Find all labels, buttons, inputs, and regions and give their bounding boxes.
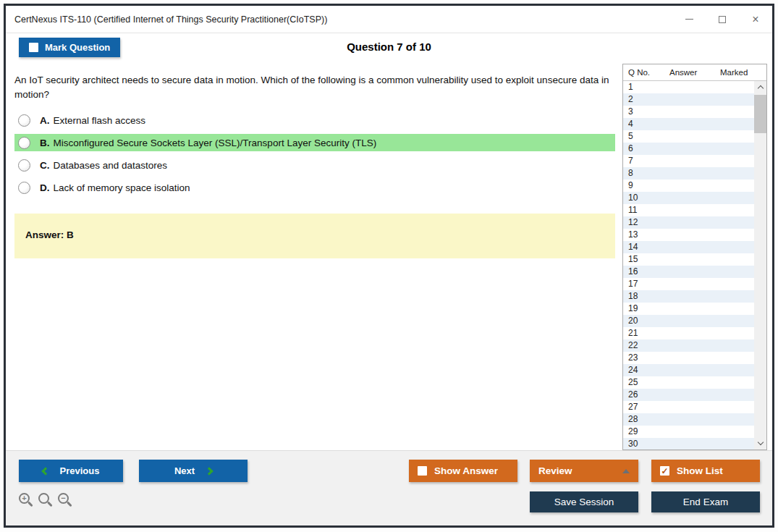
maximize-button[interactable] bbox=[706, 6, 739, 33]
option-letter: A. bbox=[40, 115, 50, 126]
previous-label: Previous bbox=[60, 465, 100, 476]
dropdown-up-icon bbox=[622, 469, 630, 473]
option-a[interactable]: A.External flash access bbox=[14, 111, 615, 129]
chevron-left-icon bbox=[41, 467, 49, 475]
end-exam-button[interactable]: End Exam bbox=[651, 491, 760, 512]
show-answer-button[interactable]: Show Answer bbox=[409, 460, 517, 482]
option-b[interactable]: B.Misconfigured Secure Sockets Layer (SS… bbox=[14, 134, 615, 151]
review-label: Review bbox=[538, 465, 572, 476]
option-text: Databases and datastores bbox=[54, 160, 168, 171]
show-list-label: Show List bbox=[677, 465, 723, 476]
question-list-row[interactable]: 26 bbox=[623, 389, 754, 401]
show-list-checkbox-icon[interactable] bbox=[660, 466, 669, 476]
zoom-icon[interactable] bbox=[38, 493, 49, 504]
question-list-row[interactable]: 6 bbox=[623, 143, 754, 155]
maximize-icon bbox=[719, 16, 726, 23]
question-list-row[interactable]: 24 bbox=[623, 364, 754, 376]
minimize-icon bbox=[685, 19, 693, 20]
question-list-row[interactable]: 5 bbox=[623, 130, 754, 143]
question-list-row[interactable]: 20 bbox=[623, 315, 754, 327]
next-label: Next bbox=[174, 465, 195, 476]
column-answer: Answer bbox=[669, 68, 697, 77]
window-controls: × bbox=[672, 6, 772, 33]
radio-button-icon[interactable] bbox=[18, 137, 30, 149]
title-bar: CertNexus ITS-110 (Certified Internet of… bbox=[6, 6, 772, 33]
scrollbar-thumb[interactable] bbox=[754, 95, 766, 133]
radio-button-icon[interactable] bbox=[18, 114, 30, 127]
option-d[interactable]: D.Lack of memory space isolation bbox=[14, 179, 615, 196]
question-list-header: Q No. Answer Marked bbox=[623, 64, 766, 81]
option-text: Lack of memory space isolation bbox=[54, 182, 190, 193]
answer-box: Answer: B bbox=[14, 214, 615, 258]
close-icon: × bbox=[752, 14, 758, 25]
options-list: A.External flash accessB.Misconfigured S… bbox=[14, 111, 615, 201]
question-list-row[interactable]: 12 bbox=[623, 216, 754, 229]
option-letter: D. bbox=[40, 182, 50, 193]
question-list-row[interactable]: 14 bbox=[623, 241, 754, 253]
bottom-bar: Previous Next Show Answer Review Show Li… bbox=[6, 450, 772, 525]
question-list-row[interactable]: 10 bbox=[623, 192, 754, 204]
question-list-row[interactable]: 13 bbox=[623, 229, 754, 241]
option-text: External flash access bbox=[54, 115, 146, 126]
question-list-row[interactable]: 27 bbox=[623, 401, 754, 413]
question-list-row[interactable]: 21 bbox=[623, 327, 754, 339]
question-list-row[interactable]: 17 bbox=[623, 278, 754, 290]
question-list-row[interactable]: 30 bbox=[623, 438, 754, 449]
question-list-row[interactable]: 28 bbox=[623, 413, 754, 426]
question-list-row[interactable]: 22 bbox=[623, 339, 754, 352]
chevron-right-icon bbox=[205, 467, 213, 475]
question-list-panel: Q No. Answer Marked 12345678910111213141… bbox=[622, 64, 767, 450]
scroll-down-icon[interactable] bbox=[757, 439, 763, 445]
question-list-row[interactable]: 16 bbox=[623, 266, 754, 278]
question-counter: Question 7 of 10 bbox=[6, 41, 772, 53]
question-list-row[interactable]: 11 bbox=[623, 204, 754, 216]
end-exam-label: End Exam bbox=[683, 497, 728, 507]
question-list-row[interactable]: 15 bbox=[623, 253, 754, 266]
minimize-button[interactable] bbox=[672, 6, 706, 33]
save-session-button[interactable]: Save Session bbox=[530, 491, 638, 512]
show-list-button[interactable]: Show List bbox=[651, 460, 760, 482]
question-list-row[interactable]: 8 bbox=[623, 167, 754, 180]
zoom-in-icon[interactable]: + bbox=[19, 493, 30, 504]
previous-button[interactable]: Previous bbox=[19, 460, 123, 482]
answer-label: Answer: B bbox=[25, 229, 74, 240]
review-button[interactable]: Review bbox=[530, 460, 638, 482]
question-list-row[interactable]: 19 bbox=[623, 303, 754, 315]
save-session-label: Save Session bbox=[554, 497, 614, 507]
close-button[interactable]: × bbox=[739, 6, 772, 33]
column-qno: Q No. bbox=[628, 68, 650, 77]
show-answer-checkbox-icon[interactable] bbox=[418, 466, 427, 476]
question-list-row[interactable]: 18 bbox=[623, 290, 754, 303]
question-list-row[interactable]: 23 bbox=[623, 352, 754, 364]
question-list-row[interactable]: 1 bbox=[623, 81, 754, 93]
zoom-out-icon[interactable]: − bbox=[58, 493, 69, 504]
zoom-toolbar: + − bbox=[19, 493, 69, 504]
question-text: An IoT security architect needs to secur… bbox=[14, 73, 609, 102]
screen: CertNexus ITS-110 (Certified Internet of… bbox=[0, 0, 778, 532]
radio-button-icon[interactable] bbox=[18, 182, 30, 194]
question-list-row[interactable]: 29 bbox=[623, 426, 754, 438]
radio-button-icon[interactable] bbox=[18, 159, 30, 172]
question-list-row[interactable]: 3 bbox=[623, 106, 754, 118]
question-list-row[interactable]: 2 bbox=[623, 93, 754, 106]
option-c[interactable]: C.Databases and datastores bbox=[14, 156, 615, 174]
question-list-scrollbar[interactable] bbox=[754, 81, 766, 449]
question-list-row[interactable]: 9 bbox=[623, 180, 754, 192]
show-answer-label: Show Answer bbox=[434, 465, 498, 476]
question-list-body: 1234567891011121314151617181920212223242… bbox=[623, 81, 766, 449]
option-letter: B. bbox=[40, 138, 50, 148]
column-marked: Marked bbox=[720, 68, 748, 77]
option-letter: C. bbox=[40, 160, 50, 171]
next-button[interactable]: Next bbox=[139, 460, 248, 482]
question-list-row[interactable]: 7 bbox=[623, 155, 754, 167]
option-text: Misconfigured Secure Sockets Layer (SSL)… bbox=[54, 138, 377, 148]
scroll-up-icon[interactable] bbox=[757, 85, 763, 91]
question-list-row[interactable]: 4 bbox=[623, 118, 754, 130]
question-list-row[interactable]: 25 bbox=[623, 376, 754, 389]
window-title: CertNexus ITS-110 (Certified Internet of… bbox=[14, 14, 327, 25]
question-list-rows: 1234567891011121314151617181920212223242… bbox=[623, 81, 754, 449]
app-window: CertNexus ITS-110 (Certified Internet of… bbox=[4, 4, 774, 528]
